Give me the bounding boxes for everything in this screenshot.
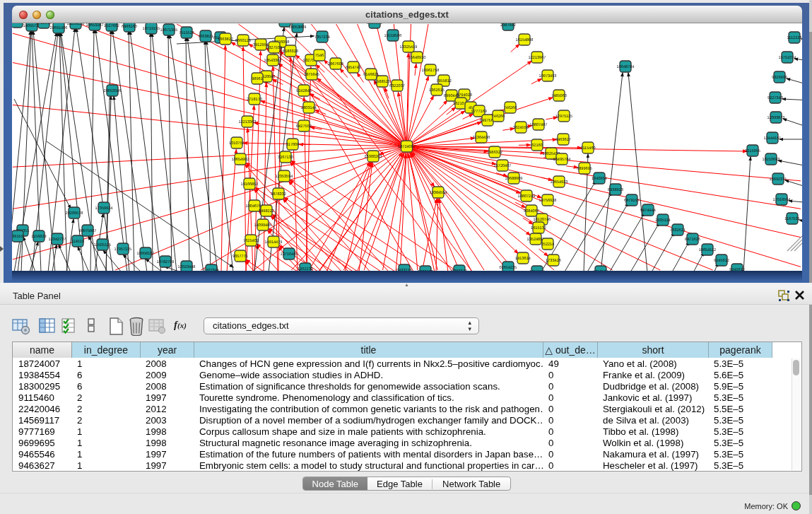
svg-text:10543362: 10543362 — [264, 59, 282, 63]
svg-text:12975115: 12975115 — [555, 115, 572, 119]
svg-text:18807249: 18807249 — [518, 194, 536, 199]
svg-text:8454749: 8454749 — [346, 66, 361, 70]
svg-text:10653287: 10653287 — [86, 23, 104, 28]
svg-text:1615132: 1615132 — [531, 226, 546, 230]
svg-text:12342737: 12342737 — [49, 238, 66, 242]
svg-text:3875645: 3875645 — [304, 73, 319, 77]
svg-text:1640954: 1640954 — [592, 177, 607, 181]
svg-text:1362615: 1362615 — [429, 88, 445, 93]
svg-text:12444151: 12444151 — [764, 136, 782, 141]
svg-text:19384554: 19384554 — [430, 191, 447, 195]
svg-text:9242845: 9242845 — [296, 89, 312, 93]
svg-text:9329996: 9329996 — [772, 76, 787, 80]
svg-text:16648784: 16648784 — [617, 65, 635, 69]
svg-text:14099485: 14099485 — [254, 223, 272, 228]
svg-text:1588520: 1588520 — [375, 80, 390, 84]
svg-text:16120746: 16120746 — [534, 218, 551, 222]
svg-text:3498222: 3498222 — [259, 209, 274, 214]
svg-text:7485063: 7485063 — [551, 94, 567, 98]
svg-text:1112223: 1112223 — [787, 36, 802, 40]
svg-text:15751074: 15751074 — [779, 56, 796, 60]
svg-text:10688609: 10688609 — [505, 177, 523, 181]
svg-text:15720407: 15720407 — [494, 164, 512, 168]
svg-text:15640910: 15640910 — [408, 56, 426, 60]
svg-text:9084067: 9084067 — [524, 209, 539, 214]
svg-text:10654112: 10654112 — [699, 248, 716, 252]
svg-text:9245612: 9245612 — [714, 259, 729, 263]
svg-text:19218506: 19218506 — [384, 34, 402, 38]
svg-text:7663821: 7663821 — [198, 35, 213, 39]
svg-text:8471626: 8471626 — [685, 238, 700, 242]
svg-text:20691406: 20691406 — [50, 26, 68, 30]
svg-text:19166852: 19166852 — [241, 182, 259, 187]
svg-text:10654982: 10654982 — [232, 158, 249, 162]
svg-text:21364436: 21364436 — [473, 136, 490, 140]
svg-text:114519: 114519 — [71, 240, 84, 244]
svg-text:746266: 746266 — [504, 106, 517, 110]
svg-text:2718170: 2718170 — [247, 98, 262, 102]
svg-text:8813054: 8813054 — [367, 23, 382, 25]
svg-text:19756928: 19756928 — [539, 199, 557, 203]
svg-text:8186328: 8186328 — [283, 49, 298, 54]
svg-text:8427552: 8427552 — [296, 124, 312, 129]
svg-text:39159: 39159 — [12, 235, 23, 239]
svg-text:10958107: 10958107 — [137, 252, 155, 256]
svg-text:9657771: 9657771 — [233, 255, 248, 259]
svg-text:02654235: 02654235 — [500, 266, 517, 270]
svg-text:3878332: 3878332 — [271, 192, 286, 197]
svg-text:2803144: 2803144 — [301, 106, 317, 110]
svg-text:9474444: 9474444 — [640, 209, 656, 213]
svg-text:7515526: 7515526 — [179, 31, 194, 35]
svg-text:1010755: 1010755 — [229, 141, 245, 146]
svg-text:7546: 7546 — [315, 54, 324, 58]
svg-text:90975887: 90975887 — [79, 229, 97, 233]
svg-text:7955812: 7955812 — [436, 79, 452, 83]
svg-text:17016504: 17016504 — [773, 198, 791, 202]
svg-text:12093873: 12093873 — [767, 116, 785, 120]
svg-text:10210693: 10210693 — [763, 158, 780, 162]
svg-text:2867608: 2867608 — [328, 62, 343, 66]
svg-text:6879197: 6879197 — [624, 199, 640, 203]
svg-text:3267130: 3267130 — [278, 156, 293, 160]
svg-text:10973493: 10973493 — [539, 74, 557, 78]
svg-text:17359924: 17359924 — [95, 206, 113, 211]
svg-text:16961758: 16961758 — [422, 69, 440, 73]
svg-text:14914479: 14914479 — [265, 240, 283, 245]
svg-text:13495784: 13495784 — [553, 158, 571, 162]
svg-text:13325419: 13325419 — [400, 45, 418, 49]
svg-text:1722015: 1722015 — [36, 23, 52, 25]
svg-text:18239128: 18239128 — [67, 23, 85, 26]
svg-text:252214: 252214 — [541, 243, 555, 247]
svg-text:20206578: 20206578 — [66, 211, 83, 216]
svg-text:1167531: 1167531 — [784, 217, 799, 221]
svg-text:1413614: 1413614 — [515, 257, 531, 261]
svg-text:317006: 317006 — [286, 143, 300, 147]
svg-text:3215955: 3215955 — [745, 149, 760, 153]
svg-text:9227343: 9227343 — [767, 96, 783, 100]
svg-text:12023448: 12023448 — [178, 265, 196, 269]
svg-text:7357234: 7357234 — [314, 35, 330, 40]
svg-text:12505115: 12505115 — [94, 243, 111, 247]
svg-text:7663822: 7663822 — [218, 37, 233, 42]
svg-text:16154808: 16154808 — [516, 38, 534, 42]
svg-text:12353594: 12353594 — [276, 175, 293, 179]
svg-text:10654923: 10654923 — [551, 180, 568, 185]
svg-text:9463627: 9463627 — [555, 138, 571, 142]
svg-text:62160: 62160 — [531, 144, 543, 148]
svg-text:9115460: 9115460 — [580, 146, 595, 151]
svg-text:7625402: 7625402 — [243, 239, 259, 243]
svg-text:6899695: 6899695 — [577, 167, 592, 171]
svg-text:12213363: 12213363 — [239, 120, 257, 124]
svg-text:98961: 98961 — [252, 77, 263, 81]
svg-text:7986322: 7986322 — [487, 151, 502, 155]
svg-text:6794028: 6794028 — [457, 93, 472, 98]
svg-text:18724007: 18724007 — [398, 145, 416, 149]
svg-text:8660123: 8660123 — [235, 39, 251, 43]
svg-text:2935114: 2935114 — [655, 218, 670, 223]
svg-text:10671355: 10671355 — [160, 28, 178, 33]
svg-text:8938923: 8938923 — [608, 188, 623, 192]
svg-text:10719155: 10719155 — [143, 27, 160, 31]
svg-text:10782759: 10782759 — [157, 260, 175, 264]
svg-text:20053346: 20053346 — [104, 89, 122, 93]
svg-text:13716485: 13716485 — [281, 252, 298, 257]
